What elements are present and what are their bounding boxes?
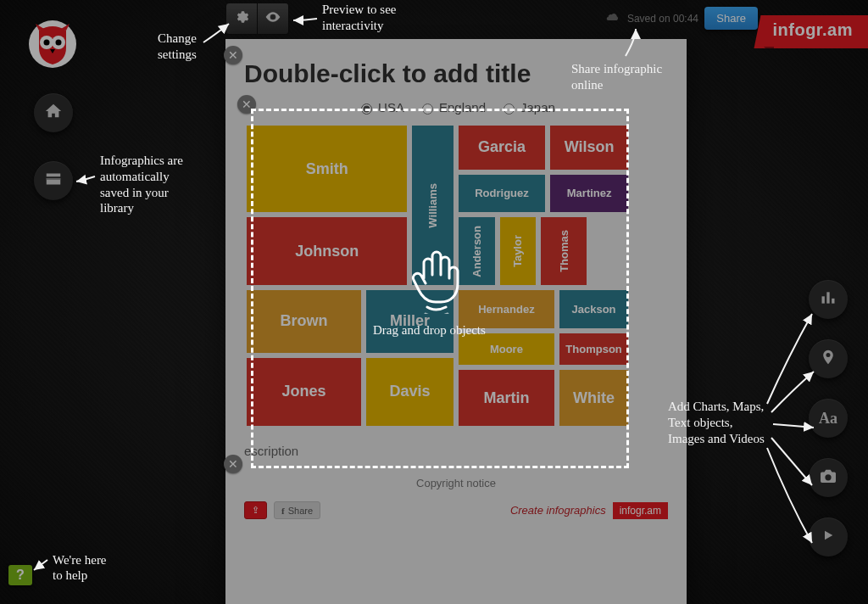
svg-rect-5 [47, 178, 61, 180]
treemap-label: Moore [490, 343, 523, 355]
logo-owl[interactable] [27, 19, 78, 70]
brand-text: infogr.am [772, 20, 853, 39]
treemap-cell-jones[interactable]: Jones [244, 355, 364, 428]
svg-point-6 [271, 15, 274, 18]
svg-rect-8 [826, 292, 829, 303]
svg-rect-7 [822, 296, 825, 303]
treemap-label: Taylor [511, 235, 524, 267]
bar-chart-icon [820, 289, 837, 310]
treemap-label: Johnson [295, 243, 359, 260]
preview-button[interactable] [258, 3, 289, 35]
footer-brand-tag[interactable]: infogr.am [613, 502, 668, 519]
treemap-cell-thomas[interactable]: Thomas [538, 215, 589, 288]
treemap-label: Davis [389, 383, 430, 400]
treemap-cell-miller[interactable]: Miller [364, 288, 456, 355]
treemap-label: Jones [282, 383, 326, 400]
treemap-label: Anderson [470, 226, 483, 277]
cloud-icon [606, 12, 620, 25]
add-text-button[interactable]: Aa [809, 399, 848, 438]
canvas-footer: ⇪ f Share Create infographics infogr.am [244, 501, 668, 519]
treemap-label: Garcia [478, 138, 526, 156]
treemap-cell-thompson[interactable]: Thompson [557, 331, 631, 367]
map-pin-icon [820, 348, 837, 371]
treemap-cell-wilson[interactable]: Wilson [548, 123, 631, 172]
inbox-icon [44, 170, 63, 193]
treemap-cell-garcia[interactable]: Garcia [456, 123, 548, 172]
settings-button[interactable] [225, 3, 258, 35]
delete-description-button[interactable]: ✕ [224, 455, 242, 473]
share-button[interactable]: Share [704, 7, 758, 30]
saved-time: 00:44 [673, 13, 698, 25]
treemap-label: Thomas [558, 230, 570, 272]
add-image-button[interactable] [809, 458, 848, 497]
description-field[interactable]: escription [244, 444, 668, 458]
treemap-chart[interactable]: SmithJohnsonWilliamsBrownJonesMillerDavi… [244, 123, 668, 428]
note-help: We're here to help [53, 552, 107, 584]
note-library: Infographics are automatically saved in … [100, 153, 183, 216]
eye-icon [264, 8, 281, 29]
delete-title-button[interactable]: ✕ [224, 46, 242, 64]
add-map-button[interactable] [809, 339, 848, 378]
treemap-cell-martin[interactable]: Martin [456, 367, 557, 428]
treemap-label: Jackson [572, 303, 616, 316]
add-video-button[interactable] [809, 517, 848, 556]
treemap-cell-taylor[interactable]: Taylor [498, 215, 539, 288]
question-icon: ? [16, 568, 25, 583]
treemap-cell-davis[interactable]: Davis [364, 355, 456, 428]
note-preview: Preview to see interactivity [322, 2, 396, 34]
treemap-cell-johnson[interactable]: Johnson [244, 215, 409, 288]
note-settings: Change settings [158, 31, 197, 63]
play-icon [821, 528, 835, 547]
legend-option-usa[interactable]: USA [357, 100, 404, 115]
treemap-label: Martin [483, 389, 529, 407]
embed-button[interactable]: ⇪ [244, 501, 267, 519]
svg-point-10 [825, 474, 831, 480]
treemap-cell-anderson[interactable]: Anderson [456, 215, 498, 288]
treemap-cell-smith[interactable]: Smith [244, 123, 409, 215]
treemap-cell-brown[interactable]: Brown [244, 288, 364, 355]
saved-text: Saved on [627, 13, 670, 25]
home-button[interactable] [34, 93, 73, 132]
treemap-label: White [573, 389, 615, 407]
library-button[interactable] [34, 161, 73, 200]
add-chart-button[interactable] [809, 280, 848, 319]
gear-icon [234, 9, 249, 28]
legend-option-england[interactable]: England [418, 100, 486, 115]
chart-legend: USA England Japan [244, 100, 668, 115]
note-share: Share infographic online [571, 61, 662, 93]
svg-point-4 [56, 40, 62, 46]
camera-icon [819, 468, 837, 488]
treemap-cell-williams[interactable]: Williams [409, 123, 455, 288]
treemap-label: Brown [281, 312, 328, 330]
treemap-cell-rodriguez[interactable]: Rodriguez [456, 172, 548, 215]
treemap-cell-white[interactable]: White [557, 367, 631, 428]
fb-share-button[interactable]: f Share [274, 501, 320, 519]
legend-option-japan[interactable]: Japan [499, 100, 555, 115]
note-right-tools: Add Charts, Maps, Text objects, Images a… [668, 399, 765, 446]
svg-point-3 [44, 40, 50, 46]
treemap-label: Hernandez [478, 303, 534, 316]
close-icon: ✕ [228, 48, 238, 62]
facebook-icon: f [281, 506, 285, 516]
home-icon [44, 102, 63, 125]
delete-chart-button[interactable]: ✕ [237, 95, 256, 114]
treemap-label: Smith [306, 160, 348, 178]
treemap-label: Wilson [565, 138, 615, 156]
share-label: Share [716, 12, 746, 25]
treemap-label: Martinez [567, 187, 612, 199]
treemap-cell-jackson[interactable]: Jackson [557, 288, 631, 330]
close-icon: ✕ [228, 457, 238, 471]
create-infographics-link[interactable]: Create infographics [510, 504, 606, 517]
treemap-cell-martinez[interactable]: Martinez [548, 172, 631, 215]
autosave-status: Saved on 00:44 [606, 12, 698, 25]
svg-rect-9 [832, 298, 834, 303]
close-icon: ✕ [242, 98, 252, 111]
export-icon: ⇪ [252, 505, 259, 516]
brand-badge[interactable]: infogr.am [754, 15, 868, 48]
note-drag: Drag and drop objects [373, 322, 486, 338]
treemap-label: Williams [426, 183, 439, 228]
treemap-label: Rodriguez [475, 187, 529, 199]
help-button[interactable]: ? [8, 565, 32, 585]
infographic-canvas[interactable]: ✕ Double-click to add title ✕ USA Englan… [225, 39, 687, 604]
treemap-label: Thompson [565, 343, 621, 355]
